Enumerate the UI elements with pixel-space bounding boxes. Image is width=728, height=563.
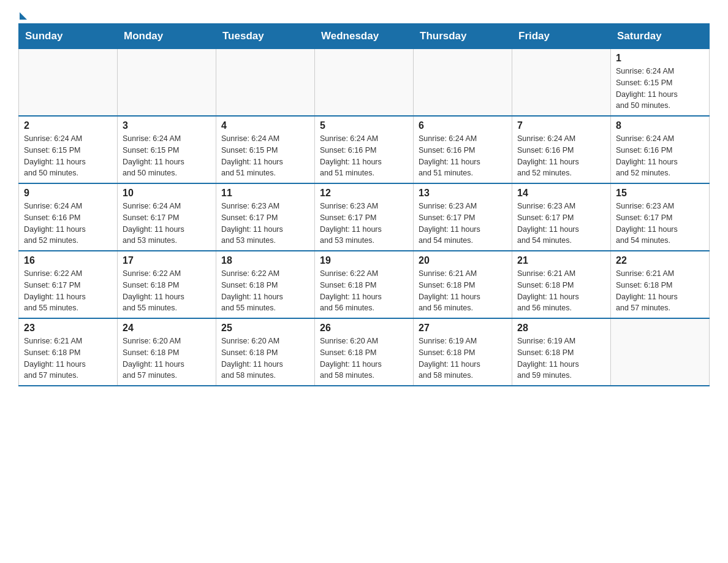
day-number: 22 <box>616 255 704 266</box>
calendar-cell: 10Sunrise: 6:24 AMSunset: 6:17 PMDayligh… <box>118 183 216 251</box>
day-number: 23 <box>24 323 112 334</box>
day-info: Sunrise: 6:23 AMSunset: 6:17 PMDaylight:… <box>517 201 605 247</box>
calendar-cell: 5Sunrise: 6:24 AMSunset: 6:16 PMDaylight… <box>315 116 414 183</box>
day-number: 12 <box>320 188 408 199</box>
page-header <box>18 12 710 17</box>
calendar-cell: 24Sunrise: 6:20 AMSunset: 6:18 PMDayligh… <box>118 318 216 386</box>
calendar-cell: 9Sunrise: 6:24 AMSunset: 6:16 PMDaylight… <box>19 183 118 251</box>
day-number: 7 <box>517 120 605 131</box>
logo-triangle-icon <box>20 12 27 20</box>
calendar-cell <box>315 49 414 117</box>
day-info: Sunrise: 6:24 AMSunset: 6:16 PMDaylight:… <box>616 133 704 179</box>
day-number: 8 <box>616 120 704 131</box>
day-number: 5 <box>320 120 408 131</box>
day-info: Sunrise: 6:24 AMSunset: 6:15 PMDaylight:… <box>123 133 211 179</box>
calendar-cell <box>414 49 512 117</box>
calendar-week-row: 1Sunrise: 6:24 AMSunset: 6:15 PMDaylight… <box>19 49 710 117</box>
calendar-cell <box>512 49 611 117</box>
day-info: Sunrise: 6:24 AMSunset: 6:16 PMDaylight:… <box>24 201 112 247</box>
day-number: 25 <box>221 323 309 334</box>
calendar-cell: 18Sunrise: 6:22 AMSunset: 6:18 PMDayligh… <box>216 251 315 318</box>
calendar-cell: 4Sunrise: 6:24 AMSunset: 6:15 PMDaylight… <box>216 116 315 183</box>
calendar-cell: 15Sunrise: 6:23 AMSunset: 6:17 PMDayligh… <box>611 183 710 251</box>
day-number: 21 <box>517 255 605 266</box>
calendar-cell <box>118 49 216 117</box>
column-header-thursday: Thursday <box>414 24 512 49</box>
day-info: Sunrise: 6:23 AMSunset: 6:17 PMDaylight:… <box>320 201 408 247</box>
day-info: Sunrise: 6:22 AMSunset: 6:18 PMDaylight:… <box>320 268 408 314</box>
day-number: 26 <box>320 323 408 334</box>
day-number: 16 <box>24 255 112 266</box>
day-info: Sunrise: 6:21 AMSunset: 6:18 PMDaylight:… <box>24 335 112 381</box>
day-number: 18 <box>221 255 309 266</box>
day-number: 9 <box>24 188 112 199</box>
day-number: 27 <box>419 323 507 334</box>
day-info: Sunrise: 6:23 AMSunset: 6:17 PMDaylight:… <box>616 201 704 247</box>
day-info: Sunrise: 6:24 AMSunset: 6:16 PMDaylight:… <box>517 133 605 179</box>
calendar-cell <box>19 49 118 117</box>
day-info: Sunrise: 6:24 AMSunset: 6:15 PMDaylight:… <box>24 133 112 179</box>
day-info: Sunrise: 6:22 AMSunset: 6:18 PMDaylight:… <box>123 268 211 314</box>
day-number: 20 <box>419 255 507 266</box>
calendar-cell: 21Sunrise: 6:21 AMSunset: 6:18 PMDayligh… <box>512 251 611 318</box>
calendar-cell: 25Sunrise: 6:20 AMSunset: 6:18 PMDayligh… <box>216 318 315 386</box>
calendar-week-row: 2Sunrise: 6:24 AMSunset: 6:15 PMDaylight… <box>19 116 710 183</box>
calendar-cell: 7Sunrise: 6:24 AMSunset: 6:16 PMDaylight… <box>512 116 611 183</box>
calendar-week-row: 9Sunrise: 6:24 AMSunset: 6:16 PMDaylight… <box>19 183 710 251</box>
calendar-cell: 26Sunrise: 6:20 AMSunset: 6:18 PMDayligh… <box>315 318 414 386</box>
day-number: 6 <box>419 120 507 131</box>
calendar-header-row: SundayMondayTuesdayWednesdayThursdayFrid… <box>19 24 710 49</box>
calendar-cell: 12Sunrise: 6:23 AMSunset: 6:17 PMDayligh… <box>315 183 414 251</box>
calendar-cell <box>216 49 315 117</box>
calendar-cell: 16Sunrise: 6:22 AMSunset: 6:17 PMDayligh… <box>19 251 118 318</box>
day-info: Sunrise: 6:21 AMSunset: 6:18 PMDaylight:… <box>419 268 507 314</box>
calendar-cell: 11Sunrise: 6:23 AMSunset: 6:17 PMDayligh… <box>216 183 315 251</box>
day-info: Sunrise: 6:19 AMSunset: 6:18 PMDaylight:… <box>517 335 605 381</box>
column-header-monday: Monday <box>118 24 216 49</box>
day-number: 2 <box>24 120 112 131</box>
day-info: Sunrise: 6:20 AMSunset: 6:18 PMDaylight:… <box>123 335 211 381</box>
day-number: 17 <box>123 255 211 266</box>
calendar-cell: 23Sunrise: 6:21 AMSunset: 6:18 PMDayligh… <box>19 318 118 386</box>
day-info: Sunrise: 6:24 AMSunset: 6:16 PMDaylight:… <box>320 133 408 179</box>
day-number: 4 <box>221 120 309 131</box>
calendar-table: SundayMondayTuesdayWednesdayThursdayFrid… <box>18 23 710 386</box>
calendar-cell: 17Sunrise: 6:22 AMSunset: 6:18 PMDayligh… <box>118 251 216 318</box>
calendar-cell: 6Sunrise: 6:24 AMSunset: 6:16 PMDaylight… <box>414 116 512 183</box>
calendar-cell: 1Sunrise: 6:24 AMSunset: 6:15 PMDaylight… <box>611 49 710 117</box>
day-info: Sunrise: 6:24 AMSunset: 6:16 PMDaylight:… <box>419 133 507 179</box>
day-info: Sunrise: 6:24 AMSunset: 6:15 PMDaylight:… <box>221 133 309 179</box>
calendar-cell <box>611 318 710 386</box>
calendar-cell: 14Sunrise: 6:23 AMSunset: 6:17 PMDayligh… <box>512 183 611 251</box>
day-info: Sunrise: 6:22 AMSunset: 6:17 PMDaylight:… <box>24 268 112 314</box>
calendar-cell: 2Sunrise: 6:24 AMSunset: 6:15 PMDaylight… <box>19 116 118 183</box>
day-info: Sunrise: 6:21 AMSunset: 6:18 PMDaylight:… <box>517 268 605 314</box>
calendar-cell: 3Sunrise: 6:24 AMSunset: 6:15 PMDaylight… <box>118 116 216 183</box>
calendar-cell: 22Sunrise: 6:21 AMSunset: 6:18 PMDayligh… <box>611 251 710 318</box>
day-info: Sunrise: 6:20 AMSunset: 6:18 PMDaylight:… <box>320 335 408 381</box>
column-header-friday: Friday <box>512 24 611 49</box>
column-header-saturday: Saturday <box>611 24 710 49</box>
day-number: 1 <box>616 53 704 64</box>
day-number: 11 <box>221 188 309 199</box>
day-info: Sunrise: 6:22 AMSunset: 6:18 PMDaylight:… <box>221 268 309 314</box>
calendar-week-row: 23Sunrise: 6:21 AMSunset: 6:18 PMDayligh… <box>19 318 710 386</box>
column-header-tuesday: Tuesday <box>216 24 315 49</box>
column-header-wednesday: Wednesday <box>315 24 414 49</box>
calendar-cell: 27Sunrise: 6:19 AMSunset: 6:18 PMDayligh… <box>414 318 512 386</box>
day-info: Sunrise: 6:24 AMSunset: 6:15 PMDaylight:… <box>616 66 704 112</box>
day-number: 15 <box>616 188 704 199</box>
calendar-cell: 28Sunrise: 6:19 AMSunset: 6:18 PMDayligh… <box>512 318 611 386</box>
day-number: 24 <box>123 323 211 334</box>
column-header-sunday: Sunday <box>19 24 118 49</box>
day-number: 14 <box>517 188 605 199</box>
day-number: 3 <box>123 120 211 131</box>
day-info: Sunrise: 6:19 AMSunset: 6:18 PMDaylight:… <box>419 335 507 381</box>
calendar-cell: 20Sunrise: 6:21 AMSunset: 6:18 PMDayligh… <box>414 251 512 318</box>
day-number: 28 <box>517 323 605 334</box>
day-number: 19 <box>320 255 408 266</box>
logo <box>18 12 27 17</box>
day-info: Sunrise: 6:24 AMSunset: 6:17 PMDaylight:… <box>123 201 211 247</box>
calendar-cell: 19Sunrise: 6:22 AMSunset: 6:18 PMDayligh… <box>315 251 414 318</box>
day-info: Sunrise: 6:23 AMSunset: 6:17 PMDaylight:… <box>221 201 309 247</box>
